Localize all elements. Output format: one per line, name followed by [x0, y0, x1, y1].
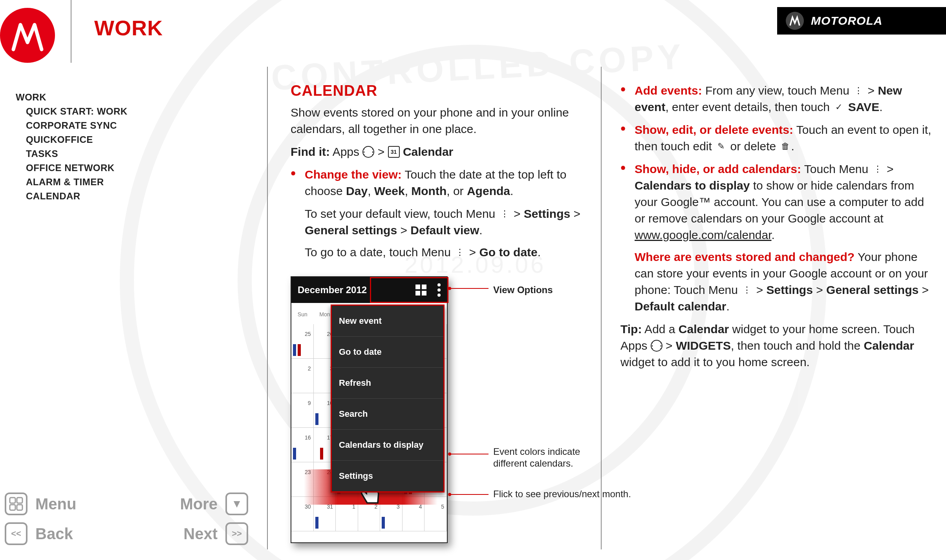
tipc: , then touch and hold the — [731, 339, 864, 352]
apps-icon: ⋮⋮ — [362, 146, 374, 158]
brand-label: MOTOROLA — [811, 14, 882, 27]
header: WORK MOTOROLA — [0, 0, 946, 37]
more-down-icon[interactable]: ▼ — [225, 493, 248, 515]
tip-paragraph: Tip: Add a Calendar widget to your home … — [620, 321, 935, 370]
back-button[interactable]: Back — [35, 525, 73, 543]
kebab-menu-icon: ⋮ — [853, 85, 864, 97]
tip-cal2: Calendar — [864, 339, 914, 352]
find-it-pre: Apps — [330, 145, 362, 158]
more-button[interactable]: More — [180, 495, 218, 513]
menu-item-go-to-date[interactable]: Go to date — [332, 337, 443, 368]
nav-item-quickoffice[interactable]: QUICKOFFICE — [16, 133, 173, 147]
dow: Sun — [291, 306, 314, 323]
callout-line — [449, 494, 489, 495]
calendar-intro: Show events stored on your phone and in … — [291, 104, 589, 137]
apps-icon: ⋮⋮ — [651, 340, 662, 352]
bullet-show-hide-add-calendars: Show, hide, or add calendars: Touch Menu… — [620, 161, 935, 315]
opt-agenda: Agenda — [467, 184, 510, 197]
sidebar-nav: WORK QUICK START: WORK CORPORATE SYNC QU… — [16, 90, 173, 203]
p-default-cal: Default calendar — [635, 300, 726, 313]
kebab-menu-icon: ⋮ — [741, 284, 753, 296]
content-column-1: CALENDAR Show events stored on your phon… — [291, 82, 589, 551]
callout-line — [449, 454, 489, 454]
overflow-menu-icon[interactable] — [437, 283, 441, 297]
nav-item-office-network[interactable]: OFFICE NETWORK — [16, 161, 173, 175]
opt-week: Week — [374, 184, 405, 197]
b2c: , enter event details, then touch — [665, 100, 833, 113]
nav-item-corporate-sync[interactable]: CORPORATE SYNC — [16, 119, 173, 133]
kebab-menu-icon: ⋮ — [499, 208, 511, 220]
tipd: widget to add it to you home screen. — [620, 356, 810, 368]
pencil-edit-icon: ✎ — [715, 140, 727, 152]
menu-item-settings[interactable]: Settings — [332, 461, 443, 491]
sub1-pre: To set your default view, touch Menu — [305, 207, 499, 220]
menu-item-search[interactable]: Search — [332, 399, 443, 430]
bullet-title: Change the view: — [305, 168, 402, 181]
sep3: > — [466, 246, 479, 259]
check-icon: ✓ — [833, 101, 845, 113]
sub-default-view: To set your default view, touch Menu ⋮ >… — [291, 206, 589, 239]
menu-item-calendars-to-display[interactable]: Calendars to display — [332, 430, 443, 461]
save-label: SAVE — [848, 100, 879, 113]
tip-label: Tip: — [620, 323, 642, 336]
p: . — [879, 100, 882, 113]
opt-month: Month — [411, 184, 446, 197]
period: . — [510, 184, 513, 197]
bullet-change-view: Change the view: Touch the date at the t… — [291, 166, 589, 199]
view-grid-icon[interactable] — [415, 285, 426, 296]
sep: > — [884, 162, 894, 175]
tipa: Add a — [642, 323, 678, 336]
motorola-logo-icon — [0, 8, 55, 63]
nav-item-alarm-timer[interactable]: ALARM & TIMER — [16, 175, 173, 189]
calendar-day-cell[interactable]: 16 — [291, 428, 314, 462]
svg-rect-2 — [10, 505, 15, 510]
opt-day: Day — [346, 184, 368, 197]
callout-line — [449, 288, 489, 289]
p-settings2: Settings — [767, 283, 813, 296]
b4-title: Show, hide, or add calendars: — [635, 162, 801, 175]
nav-item-work[interactable]: WORK — [16, 90, 173, 104]
sub2-pre: To go to a date, touch Menu — [305, 246, 454, 259]
back-icon[interactable]: << — [5, 522, 27, 545]
tip-widgets: WIDGETS — [676, 339, 731, 352]
sep: > — [864, 84, 878, 97]
trash-delete-icon: 🗑 — [779, 140, 791, 152]
find-it-label: Find it: — [291, 145, 330, 158]
calendar-day-cell[interactable]: 2 — [291, 359, 314, 393]
p-defaultview: Default view — [410, 224, 479, 237]
menu-item-refresh[interactable]: Refresh — [332, 368, 443, 399]
b2-title: Add events: — [635, 84, 702, 97]
menu-item-new-event[interactable]: New event — [332, 306, 443, 337]
bottom-nav: Menu More ▼ << Back Next >> — [5, 493, 248, 552]
bullet-show-edit-delete: Show, edit, or delete events: Touch an e… — [620, 122, 935, 155]
page-title: WORK — [94, 16, 163, 40]
next-icon[interactable]: >> — [225, 522, 248, 545]
calendar-screenshot: December 2012 SunMonTueWedThuFriSat 2526… — [291, 276, 593, 551]
calendar-31-icon: 31 — [388, 146, 400, 158]
header-divider — [71, 0, 71, 63]
bullet-add-events: Add events: From any view, touch Menu ⋮ … — [620, 82, 935, 115]
column-divider-2 — [601, 67, 602, 549]
next-button[interactable]: Next — [183, 525, 218, 543]
google-calendar-link[interactable]: www.google.com/calendar — [635, 228, 772, 241]
device-month-label[interactable]: December 2012 — [298, 282, 367, 298]
nav-item-tasks[interactable]: TASKS — [16, 147, 173, 161]
calendar-day-cell[interactable]: 9 — [291, 393, 314, 428]
calendar-day-cell[interactable]: 25 — [291, 324, 314, 359]
svg-rect-0 — [10, 498, 15, 503]
callout-view-options: View Options — [493, 282, 553, 298]
callout-flick: Flick to see previous/next month. — [493, 488, 658, 500]
menu-button[interactable]: Menu — [35, 495, 76, 513]
nav-item-calendar[interactable]: CALENDAR — [16, 189, 173, 203]
svg-rect-3 — [17, 505, 22, 510]
find-it-post: Calendar — [400, 145, 454, 158]
p-settings: Settings — [524, 207, 570, 220]
motorola-badge-icon — [786, 12, 804, 30]
nav-item-quickstart[interactable]: QUICK START: WORK — [16, 104, 173, 119]
menu-grid-icon[interactable] — [5, 493, 27, 515]
content-column-2: Add events: From any view, touch Menu ⋮ … — [620, 82, 935, 377]
column-divider-1 — [267, 67, 268, 549]
p-general: General settings — [305, 224, 397, 237]
b4a: Touch Menu — [801, 162, 872, 175]
device-header: December 2012 — [291, 277, 447, 303]
